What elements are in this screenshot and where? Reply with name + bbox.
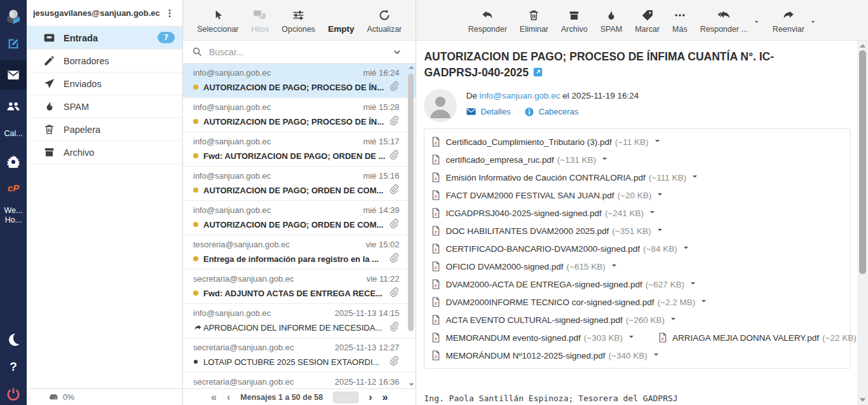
page-number-input[interactable] <box>333 392 358 403</box>
empty-button[interactable]: Empty <box>328 7 354 34</box>
actualizar-button[interactable]: Actualizar <box>367 7 402 34</box>
folder-item-archivo[interactable]: Archivo <box>27 141 182 164</box>
folder-item-borradores[interactable]: Borradores <box>27 50 182 72</box>
scrollbar-thumb[interactable] <box>408 74 414 331</box>
webmail-home-button[interactable]: We...Ho... <box>0 205 27 226</box>
attachment-item[interactable]: Certificado_Cumplimiento_Tributario (3).… <box>431 136 665 148</box>
message-list-item[interactable]: secretaria@sanjuan.gob.ec2025-11-13 12:2… <box>183 338 416 373</box>
folder-item-spam[interactable]: SPAM <box>27 95 182 118</box>
attachment-item[interactable]: ACTA EVENTO CULTURAL-signed-signed.pdf(~… <box>431 314 682 326</box>
spam-button[interactable]: SPAM <box>600 7 623 34</box>
folder-item-entrada[interactable]: Entrada7 <box>27 27 182 50</box>
cpanel-button[interactable]: cP <box>0 177 27 199</box>
attachment-item[interactable]: CERTIFICADO-BANCARIO-DVAM2000-signed.pdf… <box>431 243 694 254</box>
attachment-item[interactable]: OFICIO DVAM2000-signed.pdf(~615 KB) <box>431 261 622 272</box>
message-list-item[interactable]: info@sanjuan.gob.ecmié 14:39AUTORIZACION… <box>183 201 416 235</box>
attachment-item[interactable]: Emisión Informativo de Caución CONTRALOR… <box>431 172 703 183</box>
scroll-down-icon[interactable] <box>407 382 415 387</box>
attachment-item[interactable]: DVAM2000INFORME TECNICO cor-signed-signe… <box>431 296 712 308</box>
sender-email-link[interactable]: info@sanjuan.gob.ec <box>480 91 560 100</box>
m-s-button[interactable]: Más <box>672 7 688 34</box>
dropdown-caret-icon[interactable] <box>753 18 760 25</box>
attachment-item[interactable]: certificado_empresa_ruc.pdf(~131 KB) <box>431 154 613 165</box>
scroll-up-icon[interactable] <box>407 65 415 70</box>
message-list-item[interactable]: info@sanjuan.gob.ecmié 15:16AUTORIZACION… <box>183 167 416 201</box>
message-list-item[interactable]: tesoreria@sanjuan.gob.ecvie 15:02Entrega… <box>183 235 416 270</box>
attachment-size: (~131 KB) <box>557 155 596 165</box>
message-subject-preview: Fwd: AUTORIZACION DE PAGO; ORDEN DE ... <box>203 151 385 161</box>
help-button[interactable]: ? <box>0 356 27 378</box>
settings-button[interactable] <box>0 150 27 172</box>
paperclip-icon <box>389 218 399 228</box>
mail-button[interactable] <box>0 60 27 90</box>
list-scrollbar[interactable] <box>407 65 415 387</box>
search-input[interactable] <box>209 47 393 57</box>
next-page-button[interactable]: › <box>369 392 372 402</box>
last-page-button[interactable]: » <box>383 392 388 402</box>
prev-page-button[interactable]: ‹ <box>227 392 230 402</box>
open-in-new-window-icon[interactable] <box>532 67 543 78</box>
contacts-button[interactable] <box>0 95 27 117</box>
attachment-item[interactable]: DOC HABILITANTES DVAM2000 2025.pdf(~351 … <box>431 225 668 237</box>
send-icon <box>43 78 55 90</box>
details-link[interactable]: Detalles <box>466 106 510 117</box>
eliminar-button[interactable]: Eliminar <box>520 7 548 34</box>
message-list-item[interactable]: info@sanjuan.gob.ecmié 16:24AUTORIZACION… <box>183 64 416 98</box>
opciones-button[interactable]: Opciones <box>281 7 315 34</box>
attachment-item[interactable]: MEMORANDUM evento-signed.pdf(~303 KB) <box>431 332 640 343</box>
attachment-name: CERTIFICADO-BANCARIO-DVAM2000-signed.pdf <box>445 244 640 254</box>
archivo-button[interactable]: Archivo <box>561 7 588 34</box>
calendar-button[interactable]: Cal... <box>0 123 27 144</box>
attachment-name: Emisión Informativo de Caución CONTRALOR… <box>445 173 645 182</box>
scroll-up-icon[interactable] <box>858 43 867 49</box>
message-list-item[interactable]: info@sanjuan.gob.ec2025-11-13 14:15APROB… <box>183 304 416 338</box>
attachment-row: DVAM2000INFORME TECNICO cor-signed-signe… <box>431 293 844 311</box>
message-list-item[interactable]: secretaria@sanjuan.gob.ecvie 11:22Fwd: A… <box>183 270 416 304</box>
attachment-row: DOC HABILITANTES DVAM2000 2025.pdf(~351 … <box>431 222 844 240</box>
folder-item-papelera[interactable]: Papelera <box>27 118 182 141</box>
logout-button[interactable] <box>0 383 27 405</box>
message-list-item[interactable]: info@sanjuan.gob.ecmié 15:28AUTORIZACION… <box>183 98 416 132</box>
message-list-item[interactable]: info@sanjuan.gob.ecmié 15:17Fwd: AUTORIZ… <box>183 132 416 167</box>
attachment-item[interactable]: ARRIAGA MEJIA DONNA VALERY.pdf(~22 KB) <box>658 332 857 343</box>
compose-button[interactable] <box>0 33 27 55</box>
reenviar-button[interactable]: Reenviar <box>773 7 804 34</box>
attachment-size: (~22 KB) <box>822 333 857 343</box>
pdf-file-icon <box>431 225 441 237</box>
search-icon <box>192 46 203 57</box>
seleccionar-button[interactable]: Seleccionar <box>197 7 238 34</box>
read-dot <box>194 360 198 364</box>
paperclip-icon <box>389 149 399 160</box>
hilos-button[interactable]: Hilos <box>252 7 269 34</box>
attachment-item[interactable]: FACT DVAM2000 FESTIVAL SAN JUAN.pdf(~20 … <box>431 189 668 201</box>
message-list-item[interactable]: secretaria@sanjuan.gob.ec2025-11-12 16:3… <box>183 373 416 388</box>
headers-link[interactable]: Cabeceras <box>524 107 578 117</box>
scroll-down-icon[interactable] <box>858 397 867 403</box>
message-header: De info@sanjuan.gob.ec el 2025-11-19 16:… <box>424 89 857 122</box>
dark-mode-button[interactable] <box>0 329 27 350</box>
folder-label: Borradores <box>64 56 109 66</box>
folder-item-enviados[interactable]: Enviados <box>27 72 182 95</box>
webmail-app: Cal...cPWe...Ho...? jesusgavilanes@sanju… <box>0 0 868 405</box>
attachment-size: (~303 KB) <box>584 333 623 343</box>
responder-button[interactable]: Responder ... <box>700 7 748 34</box>
dropdown-caret-icon[interactable] <box>810 18 817 25</box>
scrollbar-thumb[interactable] <box>859 50 866 274</box>
inbox-icon <box>43 32 55 44</box>
message-sender: info@sanjuan.gob.ec <box>193 308 271 318</box>
kebab-menu-icon[interactable] <box>162 7 177 20</box>
marcar-button[interactable]: Marcar <box>635 7 660 34</box>
pdf-file-icon <box>658 332 668 343</box>
search-options-chevron-icon[interactable] <box>393 48 402 57</box>
fire-icon <box>43 100 55 113</box>
first-page-button[interactable]: « <box>211 392 217 402</box>
archive-icon <box>43 146 55 158</box>
attachment-item[interactable]: MEMORÁNDUM Nº1012-2025-signed.pdf(~340 K… <box>431 350 664 361</box>
content-scrollbar[interactable] <box>857 41 868 405</box>
message-subject-preview: AUTORIZACION DE PAGO; PROCESO DE ÍN... <box>203 117 385 127</box>
responder-button[interactable]: Responder <box>468 7 507 34</box>
attachment-list: Certificado_Cumplimiento_Tributario (3).… <box>424 128 851 369</box>
attachment-item[interactable]: DVAM2000-ACTA DE ENTREGA-signed-signed.p… <box>431 278 702 290</box>
attachment-item[interactable]: ICGADPRSJ040-2025-signed-signed.pdf(~241… <box>431 207 661 219</box>
message-sender: secretaria@sanjuan.gob.ec <box>193 343 294 352</box>
